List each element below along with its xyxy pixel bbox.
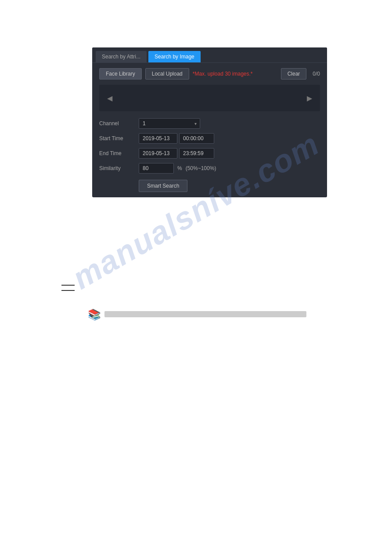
channel-select[interactable]: 1 2 3 4 [139,118,200,129]
book-section: 📚 [88,308,306,321]
end-date-input[interactable] [139,148,177,159]
book-icon: 📚 [88,308,101,321]
carousel: ◀ ▶ [99,85,320,111]
dialog: Search by Attri... Search by Image Face … [92,47,327,197]
local-upload-button[interactable]: Local Upload [145,68,189,80]
lower-area [0,321,392,555]
end-datetime-group [139,148,214,159]
carousel-next-arrow[interactable]: ▶ [303,92,316,104]
channel-wrapper: 1 2 3 4 [139,118,200,129]
end-time-input[interactable] [179,148,214,159]
start-time-row: Start Time [99,133,320,144]
start-datetime-group [139,133,214,144]
smart-search-row: Smart Search [99,178,320,192]
face-library-button[interactable]: Face Library [99,68,142,80]
carousel-images [116,88,303,108]
similarity-input[interactable] [139,163,174,174]
divider-lines [61,285,75,291]
divider-line-1 [61,285,75,286]
book-bar [104,311,306,317]
similarity-label: Similarity [99,165,139,171]
start-time-input[interactable] [179,133,214,144]
similarity-row: Similarity % (50%~100%) [99,163,320,174]
upload-hint: *Max. upload 30 images.* [193,71,253,77]
divider-line-2 [61,290,75,291]
clear-button[interactable]: Clear [281,68,307,80]
start-time-label: Start Time [99,135,139,141]
count-display: 0/0 [313,71,320,77]
end-time-label: End Time [99,150,139,156]
smart-search-button[interactable]: Smart Search [139,180,187,192]
tab-search-by-attr[interactable]: Search by Attri... [96,51,147,62]
carousel-prev-arrow[interactable]: ◀ [104,92,116,104]
top-buttons-row: Face Library Local Upload *Max. upload 3… [99,68,320,80]
start-date-input[interactable] [139,133,177,144]
tab-bar: Search by Attri... Search by Image [92,47,327,63]
tab-search-by-image[interactable]: Search by Image [148,51,201,62]
dialog-content: Face Library Local Upload *Max. upload 3… [92,63,327,197]
channel-label: Channel [99,120,139,127]
end-time-row: End Time [99,148,320,159]
page-wrapper: manualsníve.com Search by Attri... Searc… [0,0,392,555]
channel-row: Channel 1 2 3 4 [99,118,320,129]
similarity-unit: % [177,165,182,171]
similarity-hint: (50%~100%) [186,165,216,171]
